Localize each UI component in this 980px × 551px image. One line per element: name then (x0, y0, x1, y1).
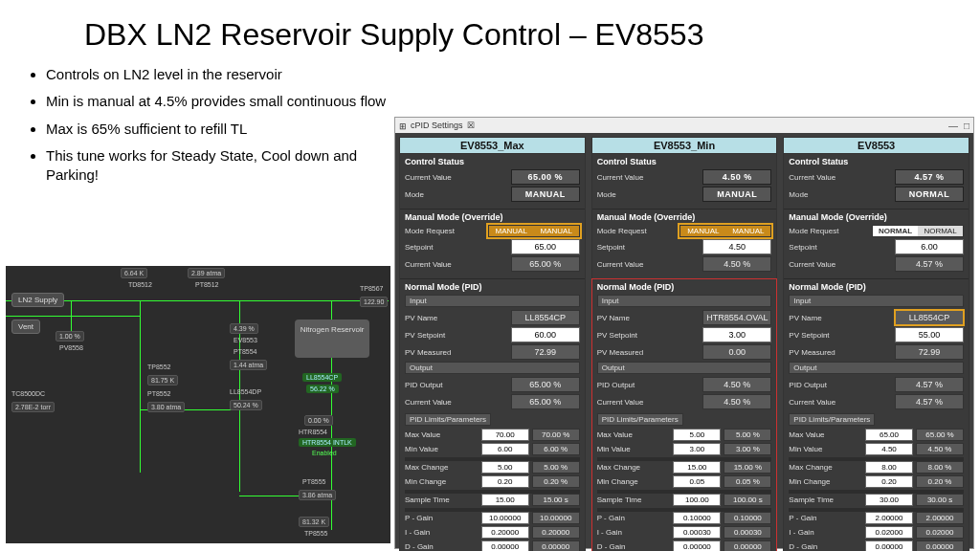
pv-measured: 72.99 (895, 344, 964, 360)
d-input[interactable]: 0.00000 (481, 540, 529, 551)
control-status-label: Control Status (789, 157, 964, 166)
pv-name: LL8554CP (895, 310, 964, 325)
bullet-1: Controls on LN2 level in the reservoir (46, 65, 392, 84)
i-input[interactable]: 0.20000 (481, 526, 529, 539)
ln2-supply-button[interactable]: LN2 Supply (11, 293, 64, 307)
minc-readback: 0.05 % (724, 475, 771, 488)
min-value-label: Min Value (789, 445, 862, 453)
pv-name-label: PV Name (597, 314, 703, 322)
panel-header: EV8553_Min (592, 138, 777, 154)
pid-limits-button[interactable]: PID Limits/Parameters (405, 413, 491, 426)
cv3-label: Current Value (789, 398, 895, 407)
minc-input[interactable]: 0.05 (673, 475, 721, 488)
p-gain-label: P - Gain (597, 514, 671, 522)
pt8555-label: PT8555 (302, 478, 326, 485)
pv-name: HTR8554.OVAL (702, 310, 771, 325)
ll8554dp-value: 50.24 % (230, 400, 262, 410)
top-temp: 6.64 K (121, 268, 147, 278)
mode-request-toggle[interactable]: MANUALMANUAL (488, 225, 580, 237)
d-input[interactable]: 0.00000 (865, 540, 913, 551)
minv-input[interactable]: 6.00 (481, 443, 529, 455)
p-input[interactable]: 0.10000 (673, 512, 721, 524)
pv-setpoint-input[interactable]: 55.00 (895, 327, 964, 342)
tp8555-label: TP8555 (304, 530, 328, 537)
nitrogen-reservoir: Nitrogen Reservoir (295, 320, 369, 358)
minc-input[interactable]: 0.20 (865, 475, 913, 488)
output-subheader: Output (597, 362, 772, 374)
pid-output: 4.50 % (702, 377, 771, 392)
tp8552-value: 81.75 K (147, 375, 178, 386)
setpoint-input[interactable]: 65.00 (511, 239, 580, 254)
mode-value: MANUAL (702, 187, 771, 202)
sample-time-label: Sample Time (789, 496, 862, 504)
ll8554dp-label: LL8554DP (230, 388, 261, 395)
d-readback: 0.00000 (916, 540, 964, 551)
p-input[interactable]: 2.00000 (865, 512, 913, 524)
maxc-input[interactable]: 15.00 (673, 461, 721, 474)
cv2: 4.57 % (895, 256, 964, 272)
current-value-label2: Current Value (789, 260, 895, 269)
d-input[interactable]: 0.00000 (673, 540, 721, 551)
max-change-label: Max Change (789, 463, 862, 472)
i-gain-label: I - Gain (405, 528, 479, 537)
maxv-input[interactable]: 70.00 (481, 429, 529, 441)
panel-header: EV8553_Max (400, 138, 585, 154)
minv-input[interactable]: 4.50 (865, 443, 913, 455)
ev8553-label: EV8553 (234, 337, 257, 343)
minc-input[interactable]: 0.20 (481, 475, 529, 488)
mode-value: NORMAL (895, 187, 964, 202)
panel-ev8553: EV8553 Control Status Current Value4.57 … (783, 137, 969, 551)
maxc-input[interactable]: 8.00 (865, 461, 913, 474)
current-value: 65.00 % (511, 169, 580, 185)
minimize-icon[interactable]: — (948, 121, 958, 131)
pv-setpoint-label: PV Setpoint (405, 331, 511, 340)
pv-measured-label: PV Measured (597, 348, 703, 357)
i-gain-label: I - Gain (597, 528, 671, 537)
minv-input[interactable]: 3.00 (673, 443, 721, 455)
cv3-label: Current Value (597, 398, 703, 407)
pv-measured-label: PV Measured (789, 348, 895, 357)
normal-pid-label: Normal Mode (PID) (789, 282, 964, 292)
setpoint-input[interactable]: 6.00 (895, 239, 964, 254)
enabled-label: Enabled (312, 450, 337, 456)
maxv-input[interactable]: 65.00 (865, 429, 913, 441)
i-input[interactable]: 0.02000 (865, 526, 913, 539)
mode-request-toggle[interactable]: NORMALNORMAL (872, 225, 964, 237)
st-input[interactable]: 100.00 (673, 494, 721, 506)
pt8512-label: PT8512 (195, 281, 219, 288)
st-input[interactable]: 30.00 (865, 494, 913, 506)
i-input[interactable]: 0.00030 (673, 526, 721, 539)
window-close-tab-icon[interactable]: ☒ (467, 121, 475, 130)
slide-title: DBX LN2 Reservoir Supply Control – EV855… (84, 17, 703, 53)
pv-measured: 72.99 (511, 344, 580, 360)
bullet-4: This tune works for Steady State, Cool d… (46, 146, 392, 186)
ll8554cp-value: 56.22 % (306, 385, 339, 393)
maxv-input[interactable]: 5.00 (673, 429, 721, 441)
pid-limits-button[interactable]: PID Limits/Parameters (789, 413, 875, 426)
pv-setpoint-input[interactable]: 60.00 (511, 327, 580, 342)
mode-request-toggle[interactable]: MANUALMANUAL (679, 225, 771, 237)
minc-readback: 0.20 % (532, 475, 580, 488)
window-titlebar[interactable]: ⊞ cPID Settings ☒ — □ (395, 118, 973, 133)
maximize-icon[interactable]: □ (964, 121, 969, 131)
current-value-label: Current Value (789, 173, 895, 182)
d-readback: 0.00000 (724, 540, 771, 551)
maxc-input[interactable]: 5.00 (481, 461, 529, 474)
p-input[interactable]: 10.00000 (481, 512, 529, 524)
min-change-label: Min Change (789, 477, 862, 486)
input-subheader: Input (789, 295, 964, 307)
vent-button[interactable]: Vent (11, 320, 40, 334)
pid-limits-button[interactable]: PID Limits/Parameters (597, 413, 683, 426)
st-readback: 30.00 s (916, 494, 964, 506)
mode-request-label: Mode Request (597, 227, 680, 235)
htr8554-intlk: HTR8554 INTLK (299, 438, 356, 447)
htr8554-label: HTR8554 (299, 429, 327, 435)
control-status-label: Control Status (597, 157, 772, 166)
cv3: 65.00 % (511, 394, 580, 409)
pv-setpoint-input[interactable]: 3.00 (702, 327, 771, 342)
tc8500dc-label: TC8500DC (11, 390, 45, 397)
panel-ev8553-min: EV8553_Min Control Status Current Value4… (591, 137, 778, 551)
setpoint-input[interactable]: 4.50 (702, 239, 771, 254)
output-subheader: Output (405, 362, 580, 374)
st-input[interactable]: 15.00 (481, 494, 529, 506)
